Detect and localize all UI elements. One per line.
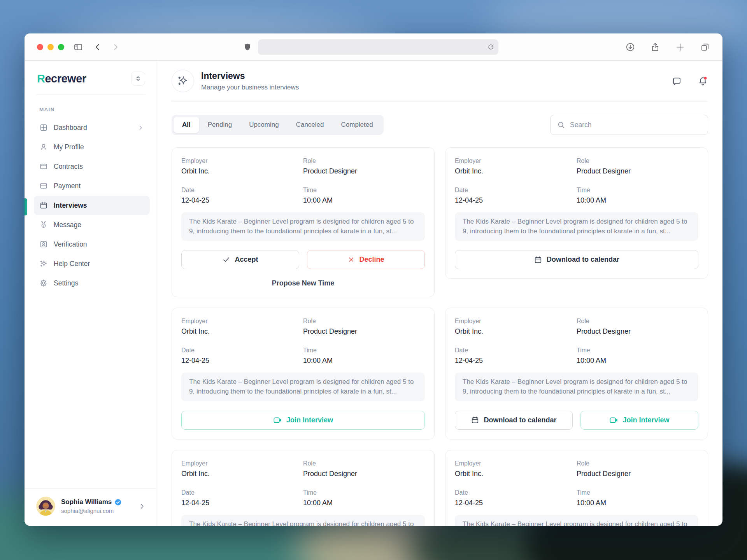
accept-button[interactable]: Accept — [181, 250, 299, 269]
field-employer: Employer Orbit Inc. — [181, 317, 303, 336]
sidebar-nav: DashboardMy ProfileContractsPaymentInter… — [25, 118, 156, 293]
decline-button[interactable]: Decline — [307, 250, 425, 269]
field-time: Time 10:00 AM — [303, 346, 425, 365]
profile-chevron-icon[interactable] — [138, 502, 146, 510]
calendar-icon — [534, 256, 542, 264]
interview-card: Employer Orbit Inc. Role Product Designe… — [445, 450, 708, 526]
field-value: 10:00 AM — [577, 196, 698, 205]
tab-completed[interactable]: Completed — [333, 117, 382, 133]
field-date: Date 12-04-25 — [181, 186, 303, 205]
notifications-bell-icon[interactable] — [698, 76, 708, 86]
x-icon — [347, 256, 355, 263]
shield-icon[interactable] — [243, 43, 252, 51]
sidebar-item-settings[interactable]: Settings — [34, 273, 150, 293]
field-date: Date 12-04-25 — [455, 489, 577, 507]
field-value: 10:00 AM — [303, 356, 425, 365]
interview-description: The Kids Karate – Beginner Level program… — [181, 515, 425, 526]
field-value: Product Designer — [577, 167, 698, 175]
search-input[interactable] — [570, 121, 701, 129]
field-role: Role Product Designer — [303, 157, 425, 175]
sidebar-item-verification[interactable]: Verification — [34, 234, 150, 254]
sidebar-item-contracts[interactable]: Contracts — [34, 157, 150, 176]
field-value: 12-04-25 — [455, 499, 577, 507]
sidebar-item-label: My Profile — [54, 143, 84, 151]
zoom-button[interactable] — [58, 44, 64, 50]
tab-all[interactable]: All — [174, 117, 199, 133]
field-role: Role Product Designer — [303, 460, 425, 478]
gear-icon — [39, 279, 48, 287]
field-label: Date — [455, 186, 577, 194]
forward-icon[interactable] — [111, 42, 120, 52]
interview-description: The Kids Karate – Beginner Level program… — [181, 373, 425, 401]
field-label: Role — [577, 157, 698, 164]
sidebar-item-dashboard[interactable]: Dashboard — [34, 118, 150, 137]
field-value: 10:00 AM — [577, 499, 698, 507]
browser-toolbar — [25, 33, 722, 61]
sidebar-item-label: Contracts — [54, 163, 83, 171]
medal-icon: 1 — [39, 220, 48, 229]
video-icon — [609, 416, 618, 425]
close-button[interactable] — [37, 44, 43, 50]
field-label: Role — [303, 157, 425, 164]
share-icon[interactable] — [650, 42, 660, 52]
field-label: Date — [455, 346, 577, 354]
tab-pending[interactable]: Pending — [199, 117, 240, 133]
profile-email: sophia@alignui.com — [61, 508, 122, 514]
nav-section-label: MAIN — [39, 107, 156, 112]
sidebar-collapse-button[interactable] — [131, 72, 145, 86]
field-value: Product Designer — [577, 327, 698, 336]
field-label: Date — [181, 346, 303, 354]
download-button[interactable]: Download to calendar — [455, 250, 698, 269]
svg-text:1: 1 — [43, 225, 44, 227]
field-label: Employer — [455, 460, 577, 467]
calendar-icon — [39, 201, 48, 210]
verified-badge-icon — [114, 499, 122, 506]
new-tab-icon[interactable] — [675, 42, 685, 52]
field-employer: Employer Orbit Inc. — [455, 157, 577, 175]
downloads-icon[interactable] — [625, 42, 635, 52]
field-time: Time 10:00 AM — [577, 186, 698, 205]
reload-icon[interactable] — [487, 43, 494, 51]
field-label: Employer — [181, 317, 303, 325]
field-label: Time — [577, 489, 698, 496]
minimize-button[interactable] — [47, 44, 54, 50]
field-label: Role — [303, 460, 425, 467]
back-icon[interactable] — [93, 42, 102, 52]
sidebar: Recrewer MAIN DashboardMy ProfileContrac… — [25, 61, 156, 526]
field-value: 12-04-25 — [181, 499, 303, 507]
address-bar[interactable] — [258, 39, 498, 55]
interview-description: The Kids Karate – Beginner Level program… — [181, 212, 425, 241]
app-logo: Recrewer — [37, 72, 86, 85]
propose-new-time-link[interactable]: Propose New Time — [181, 279, 425, 287]
join-button[interactable]: Join Interview — [181, 411, 425, 430]
field-employer: Employer Orbit Inc. — [181, 157, 303, 175]
sidebar-item-payment[interactable]: Payment — [34, 176, 150, 196]
sidebar-toggle-icon[interactable] — [74, 42, 83, 52]
tab-canceled[interactable]: Canceled — [288, 117, 333, 133]
user-profile[interactable]: Sophia Williams sophia@alignui.com — [25, 488, 156, 526]
sidebar-item-label: Message — [54, 221, 81, 229]
tab-overview-icon[interactable] — [700, 42, 710, 52]
join-button[interactable]: Join Interview — [580, 411, 698, 430]
field-employer: Employer Orbit Inc. — [455, 460, 577, 478]
chat-icon[interactable] — [672, 76, 682, 86]
tab-upcoming[interactable]: Upcoming — [240, 117, 288, 133]
sidebar-item-interviews[interactable]: Interviews — [34, 196, 150, 215]
download-button[interactable]: Download to calendar — [455, 411, 573, 430]
field-role: Role Product Designer — [577, 460, 698, 478]
profile-name: Sophia Williams — [61, 498, 112, 506]
card-icon — [39, 162, 48, 171]
search-box[interactable] — [550, 115, 708, 135]
search-icon — [557, 121, 565, 129]
page-subtitle: Manage your business interviews — [201, 84, 299, 91]
browser-window: Recrewer MAIN DashboardMy ProfileContrac… — [25, 33, 722, 526]
interview-card: Employer Orbit Inc. Role Product Designe… — [445, 308, 708, 439]
field-employer: Employer Orbit Inc. — [455, 317, 577, 336]
field-date: Date 12-04-25 — [455, 186, 577, 205]
sidebar-item-help-center[interactable]: Help Center — [34, 254, 150, 273]
user-icon — [39, 143, 48, 151]
interview-card: Employer Orbit Inc. Role Product Designe… — [172, 308, 435, 439]
sidebar-item-message[interactable]: 1Message — [34, 215, 150, 234]
sidebar-item-my-profile[interactable]: My Profile — [34, 137, 150, 157]
card-icon — [39, 182, 48, 190]
